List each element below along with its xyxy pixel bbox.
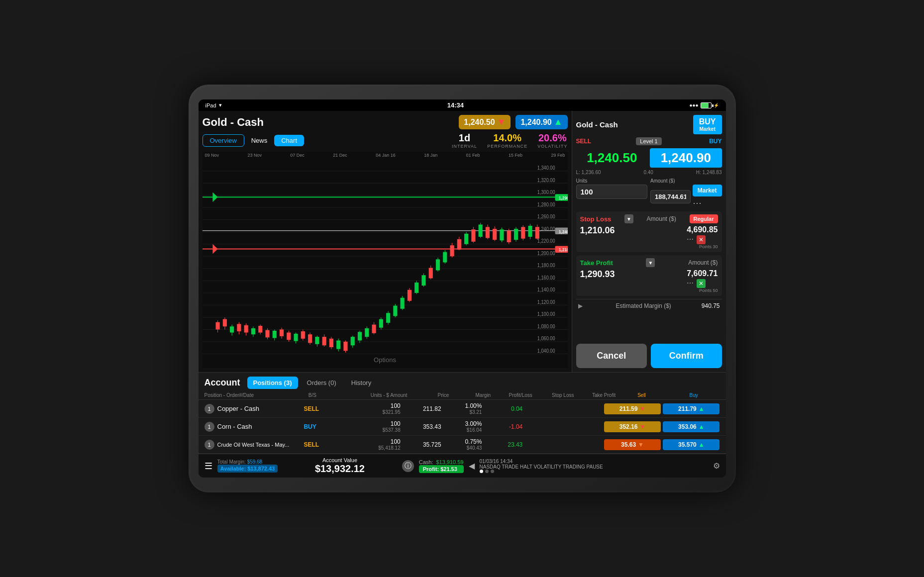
svg-rect-46 xyxy=(222,319,226,327)
buy-arrow-icon: ▲ xyxy=(554,117,563,127)
col-pl-header: Profit/Loss xyxy=(491,392,532,398)
date-7: 01 Feb xyxy=(466,153,480,158)
table-header: Position - Order#/Date B/S Units - $ Amo… xyxy=(199,391,726,400)
take-profit-remove-btn[interactable]: ✕ xyxy=(697,279,706,288)
sell-buy-row: SELL Level 1 BUY xyxy=(576,137,722,145)
svg-rect-44 xyxy=(215,322,219,330)
tab-chart[interactable]: Chart xyxy=(274,135,304,146)
copper-buy-btn[interactable]: 211.79 ▲ xyxy=(663,403,719,414)
order-prices-row: 1,240.50 1,240.90 xyxy=(576,148,722,168)
nav-prev-btn[interactable]: ◀ xyxy=(469,461,475,471)
copper-buy-price: 211.79 xyxy=(678,405,697,412)
account-label: Account xyxy=(205,378,240,388)
svg-rect-112 xyxy=(457,239,461,250)
order-panel: Gold - Cash BUY Market SELL Level 1 BUY … xyxy=(572,111,726,372)
corn-sell-btn[interactable]: 352.16 ▼ xyxy=(604,421,661,432)
available-label: Available: xyxy=(220,466,246,472)
stop-loss-section: Stop Loss ▼ Amount ($) Regular 1,210.06 … xyxy=(576,211,722,252)
oil-buy-btn[interactable]: 35.570 ▲ xyxy=(663,439,719,450)
take-profit-header: Take Profit ▼ Amount ($) xyxy=(580,258,718,267)
row-corn-pl: -1.04 xyxy=(482,423,522,430)
buy-market-btn[interactable]: BUY Market xyxy=(693,115,722,134)
svg-rect-60 xyxy=(272,331,276,338)
sl-amount-block: 4,690.85 ⋯ ✕ xyxy=(687,225,718,244)
svg-rect-94 xyxy=(393,306,397,316)
row-corn-margin: 3.00% $16.04 xyxy=(441,420,482,433)
volatility-block: 20.6% VOLATILITY xyxy=(537,132,567,149)
account-value-label: Account Value xyxy=(283,457,397,463)
svg-text:1,080.00: 1,080.00 xyxy=(537,323,555,329)
level-badge[interactable]: Level 1 xyxy=(636,137,661,145)
copper-sell-btn[interactable]: 211.59 ▼ xyxy=(604,403,661,414)
date-8: 15 Feb xyxy=(509,153,522,158)
positions-tab-btn[interactable]: Positions (3) xyxy=(247,377,298,389)
svg-text:1,100.00: 1,100.00 xyxy=(537,311,555,317)
corn-buy-arrow-icon: ▲ xyxy=(699,423,705,430)
info-button[interactable]: ⓘ xyxy=(402,460,414,472)
svg-rect-68 xyxy=(301,331,305,339)
svg-text:1,290.93: 1,290.93 xyxy=(559,195,568,200)
svg-rect-50 xyxy=(237,324,241,331)
date-5: 04 Jan 16 xyxy=(376,153,396,158)
sl-dots: ⋯ xyxy=(687,235,695,244)
tp-dots: ⋯ xyxy=(687,279,695,288)
stop-loss-price: 1,210.06 xyxy=(580,225,683,244)
interval-value: 1d xyxy=(452,132,477,144)
available-value: $13,872.43 xyxy=(247,466,275,472)
action-buttons: Cancel Confirm xyxy=(576,344,722,368)
buy-price-badge[interactable]: 1,240.90 ▲ xyxy=(515,115,567,129)
stop-loss-amount-val: 4,690.85 xyxy=(687,225,718,234)
col-margin-header: Margin xyxy=(449,392,491,398)
svg-rect-124 xyxy=(500,229,504,240)
svg-rect-48 xyxy=(230,326,234,332)
chart-panel: Gold - Cash 1,240.50 ▼ 1,240.90 ▲ Overvi… xyxy=(199,111,572,372)
amount-toggle-btn[interactable]: Market ⋯ xyxy=(693,185,722,208)
row-copper-name: Copper - Cash xyxy=(217,405,304,412)
row-corn-name: Corn - Cash xyxy=(217,423,304,430)
volatility-label: VOLATILITY xyxy=(537,144,567,149)
profit-badge: Profit: $21.53 xyxy=(419,465,464,473)
stop-loss-remove-btn[interactable]: ✕ xyxy=(697,235,706,244)
options-label[interactable]: Options xyxy=(374,356,396,364)
svg-rect-56 xyxy=(258,326,262,332)
row-oil-units: 100 $5,418.12 xyxy=(339,438,401,451)
take-profit-toggle[interactable]: ▼ xyxy=(646,258,655,267)
menu-icon[interactable]: ☰ xyxy=(205,461,212,472)
profit-label: Profit: xyxy=(423,466,439,472)
row-corn-price: 353.43 xyxy=(401,423,441,430)
carrier-label: iPad xyxy=(205,102,216,108)
row-oil-bs: SELL xyxy=(304,441,339,448)
amount-input[interactable] xyxy=(650,190,691,203)
oil-sell-arrow-icon: ▼ xyxy=(638,441,644,448)
svg-text:1,200.00: 1,200.00 xyxy=(537,250,555,256)
svg-rect-70 xyxy=(308,334,312,343)
svg-rect-64 xyxy=(287,333,291,340)
footer: ☰ Total Margin: $59.68 Available: $13,87… xyxy=(199,454,726,478)
market-button[interactable]: Market xyxy=(693,185,722,196)
sell-price-badge[interactable]: 1,240.50 ▼ xyxy=(459,115,511,129)
buy-label: BUY xyxy=(699,117,716,126)
regular-button[interactable]: Regular xyxy=(690,214,718,223)
tab-news[interactable]: News xyxy=(244,135,275,146)
history-tab-btn[interactable]: History xyxy=(345,377,377,389)
margin-chevron-icon[interactable]: ▶ xyxy=(578,302,583,309)
oil-sell-btn[interactable]: 35.63 ▼ xyxy=(604,439,661,450)
corn-buy-btn[interactable]: 353.06 ▲ xyxy=(663,421,719,432)
nav-dots xyxy=(480,470,708,473)
settings-icon[interactable]: ⚙ xyxy=(713,461,720,471)
stop-loss-toggle[interactable]: ▼ xyxy=(624,214,633,223)
svg-rect-62 xyxy=(279,329,283,336)
units-input[interactable] xyxy=(576,185,648,199)
svg-rect-88 xyxy=(372,325,376,333)
cancel-button[interactable]: Cancel xyxy=(576,344,647,368)
dot-1 xyxy=(480,470,483,473)
bottom-section: Account Positions (3) Orders (0) History… xyxy=(199,372,726,454)
confirm-button[interactable]: Confirm xyxy=(651,344,722,368)
orders-tab-btn[interactable]: Orders (0) xyxy=(301,377,342,389)
tab-overview[interactable]: Overview xyxy=(203,134,244,147)
svg-rect-96 xyxy=(400,298,404,309)
take-profit-values: 1,290.93 7,609.71 ⋯ ✕ xyxy=(580,269,718,288)
news-datetime: 01/03/16 14:34 xyxy=(480,459,708,464)
svg-rect-66 xyxy=(294,334,298,341)
chart-container[interactable]: 09 Nov 23 Nov 07 Dec 21 Dec 04 Jan 16 18… xyxy=(203,152,568,368)
